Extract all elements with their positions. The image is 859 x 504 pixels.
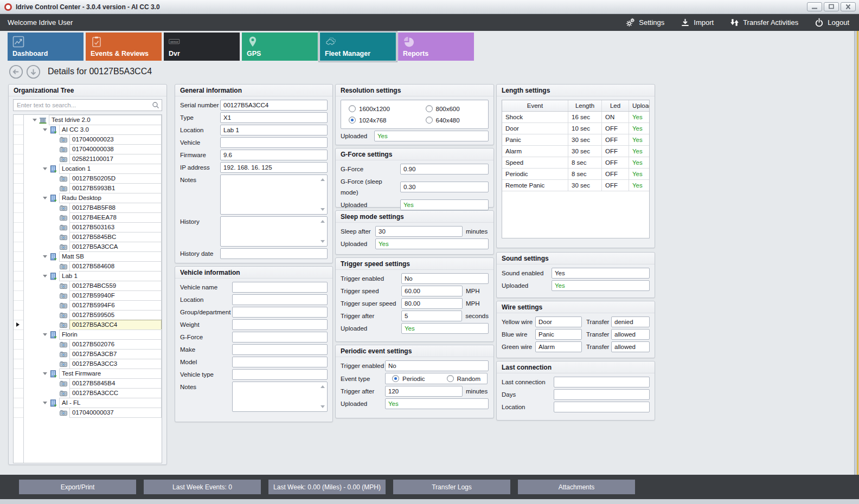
tree-item-00127b59940f[interactable]: 00127B59940F [14, 290, 162, 301]
resolution-settings-radio-1600x1200[interactable]: 1600x1200 [349, 105, 404, 112]
vehicle-info-weight-input[interactable] [232, 319, 328, 330]
general-info-ip-address-input[interactable]: 192. 168. 16. 125 [220, 162, 328, 173]
gforce-settings-g-force-sleep-mode-input[interactable]: 0.30 [400, 182, 489, 192]
expander-icon[interactable] [31, 119, 38, 121]
tree-item-location-1[interactable]: Location 1 [14, 164, 162, 174]
general-info-serial-number-input[interactable]: 00127B5A3CC4 [220, 100, 328, 111]
tab-dashboard[interactable]: Dashboard [8, 33, 84, 61]
wire-settings-blue-wire-transfer-input[interactable]: allowed [611, 329, 650, 340]
periodic-event-settings-uploaded-input[interactable]: Yes [385, 398, 489, 409]
tree-item-00127b503163[interactable]: 00127B503163 [14, 222, 162, 232]
last-week-events-0-button[interactable]: Last Week Events: 0 [144, 480, 261, 494]
tree-item-00127b5993b1[interactable]: 00127B5993B1 [14, 183, 162, 193]
tree-item-00127b5a3cc4[interactable]: 00127B5A3CC4 [14, 320, 162, 330]
vehicle-info-notes-input[interactable] [232, 382, 328, 412]
periodic-event-settings-trigger-after-input[interactable]: 120 [385, 386, 463, 397]
back-button[interactable] [9, 64, 23, 79]
wire-settings-yellow-wire-input[interactable]: Door [535, 316, 582, 327]
vehicle-info-make-input[interactable] [232, 344, 328, 355]
vehicle-info-location-input[interactable] [232, 294, 328, 305]
tab-dvr[interactable]: MERGEDvr [164, 33, 240, 61]
expander-icon[interactable] [41, 255, 48, 258]
length-table-row-remote-panic[interactable]: Remote Panic30 secOFFYes [502, 180, 649, 191]
vehicle-info-model-input[interactable] [232, 357, 328, 367]
tab-fleet-manager[interactable]: Fleet Manager [320, 33, 396, 61]
sound-settings-uploaded-input[interactable]: Yes [552, 280, 650, 291]
minimize-button[interactable] [807, 2, 822, 11]
length-table-row-alarm[interactable]: Alarm30 secOFFYes [502, 146, 649, 157]
tree-item-00127b4bc559[interactable]: 00127B4BC559 [14, 281, 162, 291]
tree-item-matt-sb[interactable]: Matt SB [14, 251, 162, 262]
general-info-location-input[interactable]: Lab 1 [220, 125, 328, 135]
gforce-settings-g-force-input[interactable]: 0.90 [400, 164, 489, 175]
tree-item-lab-1[interactable]: Lab 1 [14, 271, 162, 281]
tree-item-017040000037[interactable]: 017040000037 [14, 408, 162, 418]
vehicle-info-group-department-input[interactable] [232, 307, 328, 318]
periodic-event-settings-trigger-enabled-input[interactable]: No [385, 360, 489, 371]
periodic-event-settings-radio-periodic[interactable]: Periodic [392, 375, 425, 382]
general-info-firmware-input[interactable]: 9.6 [220, 150, 328, 160]
wire-settings-green-wire-input[interactable]: Alarm [535, 341, 582, 352]
settings-button[interactable]: Settings [626, 18, 664, 27]
length-table-row-speed[interactable]: Speed8 secOFFYes [502, 157, 649, 169]
transfer-activities-button[interactable]: Transfer Activities [730, 18, 798, 27]
attachments-button[interactable]: Attachments [518, 480, 635, 494]
wire-settings-blue-wire-input[interactable]: Panic [535, 329, 582, 340]
trigger-speed-settings-trigger-enabled-input[interactable]: No [401, 273, 489, 284]
close-button[interactable] [841, 2, 856, 11]
tree-item-00127b5994f6[interactable]: 00127B5994F6 [14, 300, 162, 311]
tree-item-00127b50205d[interactable]: 00127B50205D [14, 173, 162, 184]
tree-item-00127b4b5f88[interactable]: 00127B4B5F88 [14, 203, 162, 213]
resolution-settings-radio-800x600[interactable]: 800x600 [426, 105, 481, 112]
expander-icon[interactable] [41, 372, 48, 375]
tree-item-00127b599505[interactable]: 00127B599505 [14, 310, 162, 320]
tree-item-florin[interactable]: Florin [14, 329, 162, 340]
tree-item-00127b502076[interactable]: 00127B502076 [14, 339, 162, 350]
vehicle-info-vehicle-name-input[interactable] [232, 282, 328, 293]
trigger-speed-settings-trigger-after-input[interactable]: 5 [401, 311, 462, 321]
expander-icon[interactable] [41, 128, 48, 131]
resolution-settings-radio-1024x768[interactable]: 1024x768 [349, 117, 404, 124]
tree-item-test-idrive-2-0[interactable]: Test Idrive 2.0 [14, 115, 162, 125]
vehicle-info-vehicle-type-input[interactable] [232, 369, 328, 380]
tree-item-017040000023[interactable]: 017040000023 [14, 134, 162, 145]
tree-item-00127b5845b4[interactable]: 00127B5845B4 [14, 378, 162, 389]
tab-events-reviews[interactable]: Events & Reviews [86, 33, 162, 61]
general-info-notes-input[interactable] [220, 175, 328, 215]
tree-item-ai-cc-3-0[interactable]: AI CC 3.0 [14, 125, 162, 135]
tree-item-radu-desktop[interactable]: Radu Desktop [14, 193, 162, 203]
wire-settings-green-wire-transfer-input[interactable]: allowed [611, 341, 650, 352]
sound-settings-sound-enabled-input[interactable]: Yes [552, 268, 650, 279]
general-info-type-input[interactable]: X1 [220, 112, 328, 123]
tab-reports[interactable]: Reports [398, 33, 474, 61]
export-print-button[interactable]: Export/Print [19, 480, 136, 494]
tree-item-00127b5a3cc3[interactable]: 00127B5A3CC3 [14, 359, 162, 369]
length-table-row-shock[interactable]: Shock16 secONYes [502, 112, 649, 123]
expander-icon[interactable] [41, 402, 48, 404]
expander-icon[interactable] [41, 167, 48, 170]
trigger-speed-settings-trigger-super-speed-input[interactable]: 80.00 [401, 298, 463, 309]
length-table-row-periodic[interactable]: Periodic8 secOFFYes [502, 169, 649, 180]
maximize-button[interactable] [824, 2, 839, 11]
tree-item-00127b5a3ccc[interactable]: 00127B5A3CCC [14, 388, 162, 398]
vehicle-info-g-force-input[interactable] [232, 332, 328, 343]
last-connection-location-input[interactable] [554, 402, 650, 412]
last-week-0-00-miles-0-00-mph-button[interactable]: Last Week: 0.00 (Miles) - 0.00 (MPH) [268, 480, 386, 494]
download-details-button[interactable] [26, 64, 41, 79]
general-info-vehicle-input[interactable] [220, 137, 328, 148]
expander-icon[interactable] [41, 197, 48, 199]
periodic-event-settings-radio-random[interactable]: Random [447, 375, 480, 382]
transfer-logs-button[interactable]: Transfer Logs [393, 480, 510, 494]
last-connection-last-connection-input[interactable] [554, 377, 650, 387]
tree-item-test-firmware[interactable]: Test Firmware [14, 369, 162, 379]
tree-item-00127b5a3cca[interactable]: 00127B5A3CCA [14, 242, 162, 252]
tree-item-017040000038[interactable]: 017040000038 [14, 144, 162, 154]
general-info-history-date-input[interactable] [220, 248, 328, 259]
general-info-history-input[interactable] [220, 216, 328, 247]
wire-settings-yellow-wire-transfer-input[interactable]: denied [611, 316, 650, 327]
trigger-speed-settings-trigger-speed-input[interactable]: 60.00 [401, 286, 463, 296]
sleep-mode-settings-sleep-after-input[interactable]: 30 [375, 226, 463, 237]
tree-search-input[interactable] [13, 99, 162, 111]
tab-gps[interactable]: GPS [242, 33, 318, 61]
trigger-speed-settings-uploaded-input[interactable]: Yes [401, 323, 489, 334]
